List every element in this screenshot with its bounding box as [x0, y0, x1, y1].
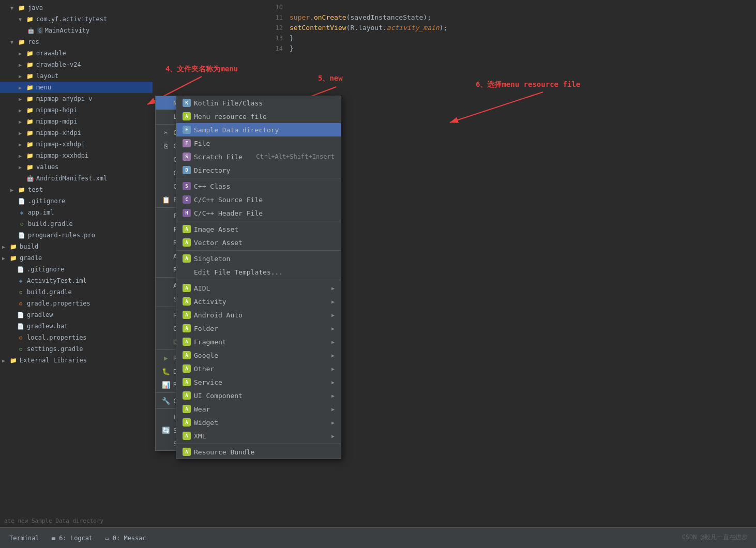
submenu-arrow: ▶ — [331, 420, 335, 425]
tree-item-mipmap-mdpi[interactable]: ▶ 📁 mipmap-mdpi — [0, 116, 153, 127]
menu-icon — [162, 211, 170, 220]
tree-item-drawable-v24[interactable]: ▶ 📁 drawable-v24 — [0, 59, 153, 70]
menu-label: Google — [194, 352, 327, 359]
gradle-icon: ⚙ — [18, 220, 26, 228]
menu-label: AIDL — [194, 284, 327, 292]
submenu-item-directory[interactable]: D Directory — [176, 163, 341, 177]
tree-label: settings.gradle — [27, 345, 83, 353]
tree-item-com[interactable]: ▼ 📁 com.yf.activitytest — [0, 13, 153, 25]
submenu-item-cpp-class[interactable]: S C++ Class — [176, 179, 341, 193]
submenu-item-widget[interactable]: A Widget ▶ — [176, 416, 341, 429]
tree-item-test[interactable]: ▶ 📁 test — [0, 184, 153, 195]
tree-label: build — [20, 243, 38, 250]
tree-item-mipmap-xxxhdpi[interactable]: ▶ 📁 mipmap-xxxhdpi — [0, 150, 153, 161]
android-icon: A — [183, 297, 191, 306]
tree-arrow: ▶ — [19, 85, 26, 90]
submenu-item-xml[interactable]: A XML ▶ — [176, 429, 341, 443]
menu-icon — [162, 225, 170, 233]
tree-item-res[interactable]: ▼ 📁 res — [0, 36, 153, 48]
android-icon: A — [183, 418, 191, 427]
menu-icon — [162, 439, 170, 448]
tree-label: build.gradle — [28, 220, 73, 227]
submenu-item-sample-data[interactable]: F Sample Data directory — [176, 123, 341, 136]
menu-icon — [162, 311, 170, 319]
submenu-item-vector-asset[interactable]: A Vector Asset — [176, 236, 341, 249]
menu-label: Activity — [194, 298, 327, 306]
tree-item-mipmap-xhdpi[interactable]: ▶ 📁 mipmap-xhdpi — [0, 127, 153, 139]
tree-item-activitytest-iml[interactable]: ◈ ActivityTest.iml — [0, 275, 153, 286]
folder-icon: 📁 — [9, 356, 18, 364]
tree-item-gradle2[interactable]: ▶ 📁 gradle — [0, 252, 153, 264]
tree-item-gitignore[interactable]: 📄 .gitignore — [0, 195, 153, 207]
submenu-item-aidl[interactable]: A AIDL ▶ — [176, 281, 341, 295]
submenu-item-folder[interactable]: A Folder ▶ — [176, 322, 341, 335]
submenu-item-menu-resource[interactable]: A Menu resource file — [176, 110, 341, 123]
scratch-icon: S — [183, 153, 191, 161]
submenu-item-android-auto[interactable]: A Android Auto ▶ — [176, 308, 341, 322]
submenu-item-service[interactable]: A Service ▶ — [176, 375, 341, 389]
tree-arrow: ▶ — [19, 73, 26, 79]
tree-item-build-gradle[interactable]: ⚙ build.gradle — [0, 218, 153, 230]
tree-item-gradlew-bat[interactable]: 📄 gradlew.bat — [0, 321, 153, 332]
tree-item-mipmap-hdpi[interactable]: ▶ 📁 mipmap-hdpi — [0, 104, 153, 116]
submenu-item-scratch[interactable]: S Scratch File Ctrl+Alt+Shift+Insert — [176, 150, 341, 163]
tree-item-proguard[interactable]: 📄 proguard-rules.pro — [0, 230, 153, 241]
submenu-item-cpp-header[interactable]: H C/C++ Header File — [176, 206, 341, 220]
menu-label: Other — [194, 365, 327, 373]
submenu-item-fragment[interactable]: A Fragment ▶ — [176, 335, 341, 348]
code-line-11: super.onCreate(savedInstanceState); — [290, 12, 756, 23]
tree-item-mipmap-xxhdpi[interactable]: ▶ 📁 mipmap-xxhdpi — [0, 139, 153, 150]
tree-item-gradle-props[interactable]: ⚙ gradle.properties — [0, 298, 153, 309]
folder-icon: 📁 — [26, 129, 34, 137]
menu-separator — [176, 221, 341, 221]
submenu-item-file[interactable]: F File — [176, 136, 341, 150]
tree-item-build2[interactable]: ▶ 📁 build — [0, 241, 153, 252]
tree-item-drawable[interactable]: ▶ 📁 drawable — [0, 48, 153, 59]
sync-icon: 🔄 — [162, 426, 170, 434]
status-tab-logcat[interactable]: ≡ 6: Logcat — [47, 531, 98, 545]
tree-item-external-libs[interactable]: ▶ 📁 External Libraries — [0, 355, 153, 366]
submenu-item-resource-bundle[interactable]: A Resource Bundle — [176, 445, 341, 459]
tree-item-mainactivity[interactable]: 🤖 G MainActivity — [0, 25, 153, 36]
tree-item-mipmap-anydpi[interactable]: ▶ 📁 mipmap-anydpi-v — [0, 93, 153, 104]
menu-label: Fragment — [194, 338, 327, 346]
paste-icon: 📋 — [162, 195, 170, 204]
submenu-item-wear[interactable]: A Wear ▶ — [176, 402, 341, 416]
submenu-arrow: ▶ — [331, 379, 335, 385]
submenu-item-edit-templates[interactable]: Edit File Templates... — [176, 265, 341, 279]
tree-arrow: ▶ — [19, 130, 26, 136]
submenu-item-kotlin[interactable]: K Kotlin File/Class — [176, 96, 341, 110]
tree-item-java[interactable]: ▼ 📁 java — [0, 2, 153, 13]
submenu-item-ui-component[interactable]: A UI Component ▶ — [176, 389, 341, 402]
tree-arrow: ▶ — [10, 187, 18, 193]
status-tab-terminal[interactable]: Terminal — [4, 531, 44, 545]
submenu-item-google[interactable]: A Google ▶ — [176, 348, 341, 362]
menu-separator — [176, 444, 341, 444]
tree-item-values[interactable]: ▶ 📁 values — [0, 161, 153, 173]
submenu-arrow: ▶ — [331, 339, 335, 345]
android-icon: A — [183, 238, 191, 247]
tree-item-androidmanifest[interactable]: 🤖 AndroidManifest.xml — [0, 173, 153, 184]
create-icon: 🔧 — [162, 397, 170, 405]
submenu-item-singleton[interactable]: A Singleton — [176, 252, 341, 265]
submenu-item-image-asset[interactable]: A Image Asset — [176, 222, 341, 236]
tree-item-app-iml[interactable]: ◈ app.iml — [0, 207, 153, 218]
gradle-icon: ⚙ — [17, 288, 25, 296]
tree-item-layout[interactable]: ▶ 📁 layout — [0, 70, 153, 82]
tree-item-build-gradle2[interactable]: ⚙ build.gradle — [0, 286, 153, 298]
menu-label: Service — [194, 378, 327, 386]
submenu-item-other[interactable]: A Other ▶ — [176, 362, 341, 375]
status-tab-messages[interactable]: ▭ 0: Messac — [100, 531, 151, 545]
android-icon: A — [183, 112, 191, 120]
tree-label: External Libraries — [20, 357, 87, 364]
folder-icon: 📁 — [26, 72, 34, 80]
submenu-item-activity[interactable]: A Activity ▶ — [176, 295, 341, 308]
tree-item-gradlew[interactable]: 📄 gradlew — [0, 309, 153, 321]
tree-item-menu[interactable]: ▶ 📁 menu — [0, 82, 153, 93]
tree-label: gradle — [20, 254, 42, 262]
tree-item-settings-gradle[interactable]: ⚙ settings.gradle — [0, 343, 153, 355]
submenu-item-cpp-source[interactable]: C C/C++ Source File — [176, 193, 341, 206]
tree-item-gitignore2[interactable]: 📄 .gitignore — [0, 264, 153, 275]
tree-label: build.gradle — [27, 288, 72, 296]
tree-item-local-props[interactable]: ⚙ local.properties — [0, 332, 153, 343]
